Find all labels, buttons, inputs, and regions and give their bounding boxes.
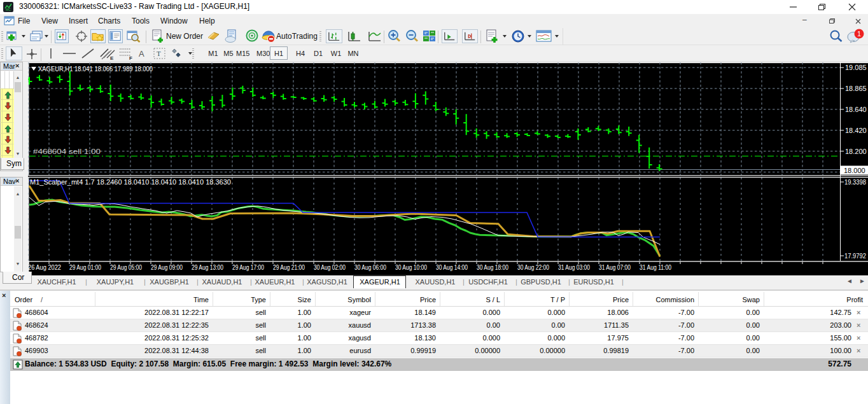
svg-text:18.865: 18.865 (845, 85, 867, 92)
svg-text:18.000: 18.000 (844, 167, 865, 174)
svg-text:F: F (129, 55, 132, 60)
svg-text:30 Aug 14:00: 30 Aug 14:00 (436, 263, 468, 271)
svg-text:29 Aug 01:00: 29 Aug 01:00 (69, 263, 101, 271)
svg-text:MC: MC (6, 8, 11, 11)
svg-text:1: 1 (857, 30, 861, 38)
svg-text:26 Aug 2022: 26 Aug 2022 (28, 263, 61, 271)
svg-text:31 Aug 11:00: 31 Aug 11:00 (640, 263, 671, 271)
svg-text:30 Aug 02:00: 30 Aug 02:00 (314, 263, 346, 271)
svg-text:29 Aug 17:00: 29 Aug 17:00 (232, 263, 264, 271)
svg-text:19.085: 19.085 (845, 64, 867, 71)
svg-text:E: E (110, 55, 114, 60)
svg-text:#468604 sell 1:00: #468604 sell 1:00 (33, 148, 101, 155)
svg-text:31 Aug 03:00: 31 Aug 03:00 (558, 263, 590, 271)
svg-text:30 Aug 22:00: 30 Aug 22:00 (517, 263, 549, 271)
svg-text:18.640: 18.640 (845, 106, 867, 113)
svg-text:XAGEUR,H1 18.041 18.066 17.98: XAGEUR,H1 18.041 18.066 17.989 18.000 (38, 65, 153, 73)
svg-text:18.200: 18.200 (845, 148, 867, 155)
svg-text:17.9792: 17.9792 (844, 252, 866, 260)
svg-text:29 Aug 21:00: 29 Aug 21:00 (273, 263, 305, 271)
svg-text:T: T (157, 50, 161, 57)
svg-text:29 Aug 09:00: 29 Aug 09:00 (151, 263, 183, 271)
svg-text:30 Aug 18:00: 30 Aug 18:00 (477, 263, 508, 271)
svg-text:29 Aug 13:00: 29 Aug 13:00 (192, 263, 223, 271)
svg-text:30 Aug 10:00: 30 Aug 10:00 (395, 263, 427, 271)
svg-text:18.420: 18.420 (845, 127, 867, 134)
svg-text:19.3398: 19.3398 (844, 178, 866, 186)
svg-text:29 Aug 05:00: 29 Aug 05:00 (110, 263, 142, 271)
svg-text:30 Aug 06:00: 30 Aug 06:00 (354, 263, 386, 271)
svg-text:31 Aug 07:00: 31 Aug 07:00 (599, 263, 631, 271)
svg-text:M1_Scalper_mt4 1.7 18.2460 18.: M1_Scalper_mt4 1.7 18.2460 18.0410 18.04… (30, 178, 231, 186)
